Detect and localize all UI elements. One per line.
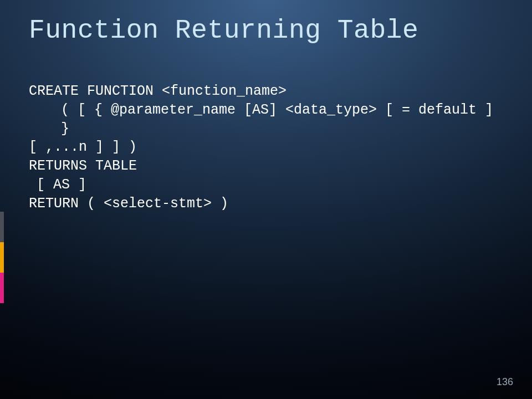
- code-line: ( [ { @parameter_name [AS] <data_type> […: [29, 101, 499, 139]
- code-line: RETURNS TABLE: [29, 157, 499, 176]
- code-line: [ AS ]: [29, 176, 499, 195]
- accent-bars: [0, 212, 4, 303]
- accent-bar-pink: [0, 273, 4, 303]
- page-number: 136: [497, 376, 513, 388]
- accent-bar-yellow: [0, 242, 4, 273]
- accent-bar-gray: [0, 212, 4, 242]
- code-line: [ ,...n ] ] ): [29, 138, 499, 157]
- slide: Function Returning Table CREATE FUNCTION…: [0, 0, 532, 399]
- slide-body: CREATE FUNCTION <function_name> ( [ { @p…: [29, 82, 499, 213]
- code-line: CREATE FUNCTION <function_name>: [29, 82, 499, 101]
- slide-title: Function Returning Table: [29, 16, 418, 45]
- code-line: RETURN ( <select-stmt> ): [29, 195, 499, 213]
